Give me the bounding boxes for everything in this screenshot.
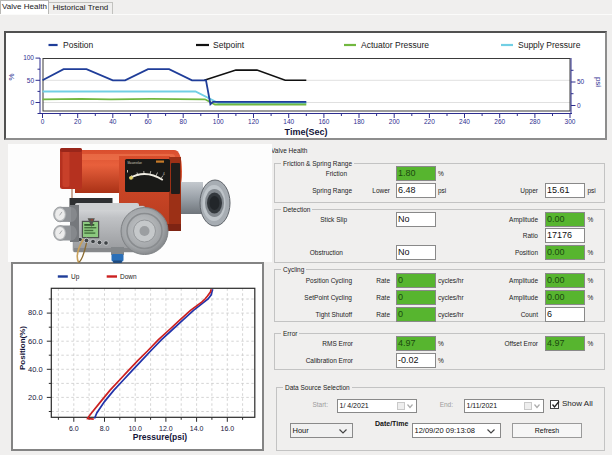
svg-text:80: 80 — [180, 118, 188, 125]
svg-text:20: 20 — [74, 118, 82, 125]
svg-text:Actuator Pressure: Actuator Pressure — [361, 40, 429, 50]
svg-text:Down: Down — [120, 273, 137, 280]
svg-text:80.0: 80.0 — [28, 308, 43, 317]
svg-text:Pressure(psi): Pressure(psi) — [133, 432, 187, 442]
svg-text:60.0: 60.0 — [28, 337, 43, 346]
svg-text:Up: Up — [71, 273, 80, 281]
svg-text:20.0: 20.0 — [28, 393, 43, 402]
svg-text:40: 40 — [109, 118, 117, 125]
svg-text:0: 0 — [577, 102, 581, 109]
svg-text:200: 200 — [389, 118, 400, 125]
svg-text:Position(%): Position(%) — [18, 326, 27, 370]
svg-text:0: 0 — [30, 99, 34, 106]
svg-text:120: 120 — [248, 118, 259, 125]
svg-text:140: 140 — [283, 118, 294, 125]
svg-text:14.0: 14.0 — [190, 425, 204, 432]
svg-text:10.0: 10.0 — [128, 425, 142, 432]
svg-text:12.0: 12.0 — [159, 425, 173, 432]
svg-text:300: 300 — [565, 118, 576, 125]
svg-text:16.0: 16.0 — [220, 425, 234, 432]
svg-text:100: 100 — [213, 118, 224, 125]
svg-text:50: 50 — [577, 78, 585, 85]
svg-text:40.0: 40.0 — [28, 365, 43, 374]
svg-text:240: 240 — [459, 118, 470, 125]
svg-text:Time(Sec): Time(Sec) — [285, 127, 328, 137]
svg-text:psi: psi — [594, 77, 603, 87]
svg-text:100: 100 — [23, 54, 34, 61]
svg-text:60: 60 — [144, 118, 152, 125]
svg-text:180: 180 — [354, 118, 365, 125]
svg-text:8.0: 8.0 — [100, 425, 110, 432]
svg-text:Position: Position — [63, 40, 94, 50]
svg-text:0: 0 — [41, 118, 45, 125]
svg-text:Supply Pressure: Supply Pressure — [518, 40, 581, 50]
svg-text:280: 280 — [529, 118, 540, 125]
svg-text:260: 260 — [494, 118, 505, 125]
svg-text:220: 220 — [424, 118, 435, 125]
svg-text:Setpoint: Setpoint — [213, 40, 245, 50]
svg-text:50: 50 — [27, 77, 35, 84]
svg-text:160: 160 — [318, 118, 329, 125]
svg-text:6.0: 6.0 — [69, 425, 79, 432]
svg-text:%: % — [7, 73, 16, 80]
svg-text:Masoneilan: Masoneilan — [128, 161, 143, 165]
